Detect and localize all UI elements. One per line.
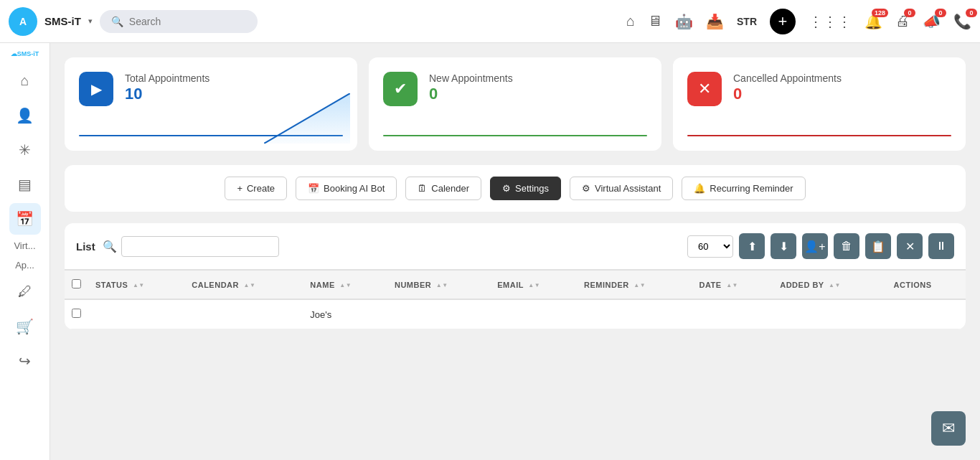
col-number: NUMBER ▲▼: [387, 271, 490, 299]
delete-button[interactable]: 🗑: [834, 233, 859, 259]
number-sort-icon[interactable]: ▲▼: [436, 282, 448, 288]
stat-cancelled-appointments: ✕ Cancelled Appointments 0: [673, 57, 966, 151]
sidebar-logo: ☁SMS-iT: [7, 50, 43, 58]
col-reminder: REMINDER ▲▼: [577, 271, 692, 299]
search-bar[interactable]: 🔍: [100, 10, 258, 33]
settings-icon: ⚙: [502, 183, 511, 194]
row-status: [88, 299, 184, 329]
sidebar-item-calendar[interactable]: 📅: [9, 203, 41, 235]
search-input[interactable]: [129, 16, 246, 27]
list-search-icon: 🔍: [103, 240, 117, 253]
table-header-row: STATUS ▲▼ CALENDAR ▲▼ NAME ▲▼ NUMBER: [65, 271, 966, 299]
sidebar-item-contacts[interactable]: 👤: [9, 100, 41, 131]
nav-icons: ⌂ 🖥 🤖 📥 STR + ⋮⋮⋮ 🔔 128 🖨 0 📣 0 📞 0: [626, 9, 971, 34]
recurring-reminder-icon: 🔔: [694, 183, 705, 194]
name-sort-icon[interactable]: ▲▼: [339, 282, 352, 288]
date-sort-icon[interactable]: ▲▼: [726, 282, 738, 288]
sidebar-item-shop[interactable]: 🛒: [9, 311, 41, 342]
notification2-icon[interactable]: 🖨 0: [895, 13, 910, 29]
sidebar-item-export[interactable]: ↪: [9, 345, 41, 377]
reminder-sort-icon[interactable]: ▲▼: [633, 282, 646, 288]
notification3-icon[interactable]: 📣 0: [923, 13, 941, 30]
calendar-sort-icon[interactable]: ▲▼: [244, 282, 256, 288]
sidebar-item-flows[interactable]: ✳: [9, 134, 41, 166]
plus-icon: +: [237, 183, 242, 194]
select-all-checkbox[interactable]: [72, 279, 81, 288]
sidebar-item-steps[interactable]: ▤: [9, 169, 41, 200]
sidebar-item-virt[interactable]: Virt...: [12, 238, 37, 254]
row-name: Joe's: [303, 299, 387, 329]
monitor-icon[interactable]: 🖥: [648, 13, 662, 29]
email-sort-icon[interactable]: ▲▼: [528, 282, 540, 288]
list-title: List: [76, 240, 95, 253]
row-checkbox[interactable]: [72, 309, 81, 318]
cancelled-appointments-title: Cancelled Appointments: [733, 72, 842, 85]
brand-avatar[interactable]: A: [9, 7, 37, 36]
chat-button[interactable]: ✉: [931, 411, 966, 446]
str-label[interactable]: STR: [737, 16, 757, 27]
total-appointments-chart: [264, 93, 350, 144]
upload-button[interactable]: ⬆: [739, 233, 765, 259]
stats-row: ▶ Total Appointments 10: [65, 57, 966, 151]
list-controls: 60 10 25 100 ⬆ ⬇ 👤+ 🗑 📋 ✕ ⏸: [687, 233, 954, 259]
toolbar: + Create 📅 Booking AI Bot 🗓 Calender ⚙ S…: [65, 165, 966, 212]
row-checkbox-cell: [65, 299, 88, 329]
appointments-table: STATUS ▲▼ CALENDAR ▲▼ NAME ▲▼ NUMBER: [65, 271, 966, 329]
col-name: NAME ▲▼: [303, 271, 387, 299]
user-add-button[interactable]: 👤+: [802, 233, 828, 259]
booking-ai-bot-button[interactable]: 📅 Booking AI Bot: [296, 177, 397, 200]
bot-icon[interactable]: 🤖: [675, 13, 693, 30]
download-button[interactable]: ⬇: [771, 233, 796, 259]
per-page-select[interactable]: 60 10 25 100: [687, 235, 733, 258]
cancelled-appointments-value: 0: [733, 85, 842, 103]
list-section: List 🔍 60 10 25 100 ⬆ ⬇ 👤+ 🗑 📋 ✕ ⏸: [65, 223, 966, 329]
col-checkbox: [65, 271, 88, 299]
col-email: EMAIL ▲▼: [490, 271, 577, 299]
create-button[interactable]: + Create: [225, 177, 287, 200]
list-search-input[interactable]: [121, 236, 279, 257]
row-date: [692, 299, 773, 329]
search-icon: 🔍: [111, 16, 123, 27]
col-calendar: CALENDAR ▲▼: [184, 271, 303, 299]
row-calendar: [184, 299, 303, 329]
top-navigation: A SMS-iT ▾ 🔍 ⌂ 🖥 🤖 📥 STR + ⋮⋮⋮ 🔔 128 🖨 0…: [0, 0, 980, 43]
notification1-icon[interactable]: 🔔 128: [864, 13, 882, 30]
sidebar-item-home[interactable]: ⌂: [9, 65, 41, 97]
stat-total-appointments: ▶ Total Appointments 10: [65, 57, 357, 151]
inbox-icon[interactable]: 📥: [706, 13, 724, 30]
list-header: List 🔍 60 10 25 100 ⬆ ⬇ 👤+ 🗑 📋 ✕ ⏸: [65, 223, 966, 271]
notification4-icon[interactable]: 📞 0: [953, 13, 971, 30]
total-appointments-icon: ▶: [79, 72, 113, 106]
grid-icon[interactable]: ⋮⋮⋮: [809, 13, 852, 30]
cross-button[interactable]: ✕: [897, 233, 923, 259]
cancelled-appointments-divider: [687, 135, 951, 136]
total-appointments-value: 10: [125, 85, 209, 103]
calender-button[interactable]: 🗓 Calender: [405, 177, 481, 200]
stat-new-appointments: ✔ New Appointments 0: [369, 57, 661, 151]
col-actions: ACTIONS: [887, 271, 966, 299]
sidebar-item-ap[interactable]: Ap...: [14, 257, 36, 273]
settings-button[interactable]: ⚙ Settings: [490, 177, 561, 200]
copy-button[interactable]: 📋: [865, 233, 891, 259]
total-appointments-title: Total Appointments: [125, 72, 209, 85]
row-reminder: [577, 299, 692, 329]
brand-chevron-icon[interactable]: ▾: [88, 17, 93, 26]
add-button[interactable]: +: [770, 9, 796, 34]
added-by-sort-icon[interactable]: ▲▼: [829, 282, 841, 288]
sidebar-item-notes[interactable]: 🖊: [9, 276, 41, 308]
home-icon[interactable]: ⌂: [626, 13, 635, 29]
row-number: [387, 299, 490, 329]
col-date: DATE ▲▼: [692, 271, 773, 299]
avatar-text: A: [19, 16, 27, 27]
new-appointments-title: New Appointments: [429, 72, 513, 85]
cancelled-appointments-icon: ✕: [687, 72, 722, 106]
status-sort-icon[interactable]: ▲▼: [133, 282, 145, 288]
recurring-reminder-button[interactable]: 🔔 Recurring Reminder: [682, 177, 805, 200]
new-appointments-divider: [383, 135, 647, 136]
new-appointments-value: 0: [429, 85, 513, 103]
virtual-assistant-button[interactable]: ⚙ Virtual Assistant: [570, 177, 673, 200]
left-sidebar: ☁SMS-iT ⌂ 👤 ✳ ▤ 📅 Virt... Ap... 🖊 🛒 ↪: [0, 43, 50, 460]
pause-button[interactable]: ⏸: [928, 233, 954, 259]
col-added-by: ADDED BY ▲▼: [773, 271, 886, 299]
table-wrap: STATUS ▲▼ CALENDAR ▲▼ NAME ▲▼ NUMBER: [65, 271, 966, 329]
